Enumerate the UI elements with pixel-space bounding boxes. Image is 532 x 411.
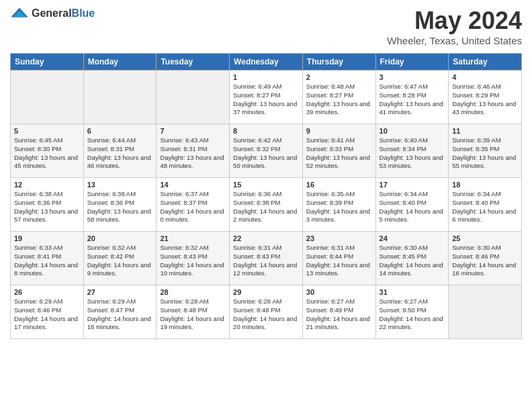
logo-general: General <box>32 7 72 19</box>
month-year: May 2024 <box>387 7 522 35</box>
day-info: Sunrise: 6:29 AMSunset: 8:47 PMDaylight:… <box>87 298 153 332</box>
day-number: 11 <box>452 127 518 135</box>
calendar-cell: 30Sunrise: 6:27 AMSunset: 8:49 PMDayligh… <box>302 285 375 339</box>
logo-icon <box>10 7 29 20</box>
day-number: 14 <box>160 181 226 189</box>
calendar-cell: 20Sunrise: 6:32 AMSunset: 8:42 PMDayligh… <box>83 232 157 285</box>
day-number: 27 <box>87 288 153 296</box>
day-info: Sunrise: 6:39 AMSunset: 8:35 PMDaylight:… <box>452 136 518 171</box>
day-number: 15 <box>233 181 299 189</box>
calendar-cell: 4Sunrise: 6:46 AMSunset: 8:29 PMDaylight… <box>449 71 522 124</box>
calendar-cell: 9Sunrise: 6:41 AMSunset: 8:33 PMDaylight… <box>302 124 375 178</box>
day-info: Sunrise: 6:31 AMSunset: 8:43 PMDaylight:… <box>233 244 299 278</box>
calendar-cell: 25Sunrise: 6:30 AMSunset: 8:46 PMDayligh… <box>449 232 522 285</box>
day-info: Sunrise: 6:41 AMSunset: 8:33 PMDaylight:… <box>306 136 372 171</box>
calendar-cell: 18Sunrise: 6:34 AMSunset: 8:40 PMDayligh… <box>449 178 522 232</box>
day-info: Sunrise: 6:37 AMSunset: 8:37 PMDaylight:… <box>160 190 226 224</box>
day-number: 4 <box>452 73 518 81</box>
day-info: Sunrise: 6:36 AMSunset: 8:38 PMDaylight:… <box>233 190 299 224</box>
day-number: 22 <box>233 234 299 242</box>
calendar-cell: 22Sunrise: 6:31 AMSunset: 8:43 PMDayligh… <box>230 232 303 285</box>
day-info: Sunrise: 6:44 AMSunset: 8:31 PMDaylight:… <box>87 136 153 171</box>
day-number: 29 <box>233 288 299 296</box>
calendar-cell: 15Sunrise: 6:36 AMSunset: 8:38 PMDayligh… <box>230 178 303 232</box>
day-number: 28 <box>160 288 226 296</box>
day-info: Sunrise: 6:29 AMSunset: 8:46 PMDaylight:… <box>14 298 80 332</box>
day-info: Sunrise: 6:34 AMSunset: 8:40 PMDaylight:… <box>452 190 518 224</box>
calendar-cell: 7Sunrise: 6:43 AMSunset: 8:31 PMDaylight… <box>157 124 230 178</box>
calendar-cell: 6Sunrise: 6:44 AMSunset: 8:31 PMDaylight… <box>83 124 157 178</box>
day-info: Sunrise: 6:28 AMSunset: 8:48 PMDaylight:… <box>233 298 299 332</box>
day-info: Sunrise: 6:34 AMSunset: 8:40 PMDaylight:… <box>380 190 445 224</box>
logo: GeneralBlue <box>10 7 95 20</box>
calendar-cell: 16Sunrise: 6:35 AMSunset: 8:39 PMDayligh… <box>302 178 375 232</box>
calendar-cell <box>449 285 522 339</box>
calendar-cell: 12Sunrise: 6:38 AMSunset: 8:36 PMDayligh… <box>11 178 84 232</box>
header-monday: Monday <box>83 54 157 71</box>
day-info: Sunrise: 6:47 AMSunset: 8:28 PMDaylight:… <box>380 83 445 117</box>
calendar-cell: 3Sunrise: 6:47 AMSunset: 8:28 PMDaylight… <box>375 71 449 124</box>
calendar-cell: 5Sunrise: 6:45 AMSunset: 8:30 PMDaylight… <box>11 124 84 178</box>
title-block: May 2024 Wheeler, Texas, United States <box>387 7 522 46</box>
day-info: Sunrise: 6:32 AMSunset: 8:42 PMDaylight:… <box>87 244 153 278</box>
calendar-cell: 2Sunrise: 6:48 AMSunset: 8:27 PMDaylight… <box>302 71 375 124</box>
day-number: 21 <box>160 234 226 242</box>
day-number: 20 <box>87 234 153 242</box>
day-info: Sunrise: 6:32 AMSunset: 8:43 PMDaylight:… <box>160 244 226 278</box>
day-info: Sunrise: 6:28 AMSunset: 8:48 PMDaylight:… <box>160 298 226 332</box>
header-saturday: Saturday <box>449 54 522 71</box>
day-number: 5 <box>14 127 80 135</box>
day-number: 30 <box>306 288 372 296</box>
day-number: 25 <box>452 234 518 242</box>
day-number: 13 <box>87 181 153 189</box>
calendar-cell: 31Sunrise: 6:27 AMSunset: 8:50 PMDayligh… <box>375 285 449 339</box>
day-number: 26 <box>14 288 80 296</box>
calendar-cell: 14Sunrise: 6:37 AMSunset: 8:37 PMDayligh… <box>157 178 230 232</box>
day-number: 16 <box>306 181 372 189</box>
calendar-cell <box>83 71 157 124</box>
day-info: Sunrise: 6:33 AMSunset: 8:41 PMDaylight:… <box>14 244 80 278</box>
day-number: 19 <box>14 234 80 242</box>
header-wednesday: Wednesday <box>230 54 303 71</box>
day-number: 10 <box>380 127 445 135</box>
header-tuesday: Tuesday <box>157 54 230 71</box>
calendar-cell: 19Sunrise: 6:33 AMSunset: 8:41 PMDayligh… <box>11 232 84 285</box>
day-number: 6 <box>87 127 153 135</box>
day-info: Sunrise: 6:30 AMSunset: 8:46 PMDaylight:… <box>452 244 518 278</box>
day-number: 31 <box>380 288 445 296</box>
day-number: 7 <box>160 127 226 135</box>
calendar-cell: 13Sunrise: 6:38 AMSunset: 8:36 PMDayligh… <box>83 178 157 232</box>
day-number: 18 <box>452 181 518 189</box>
calendar-cell: 24Sunrise: 6:30 AMSunset: 8:45 PMDayligh… <box>375 232 449 285</box>
day-number: 2 <box>306 73 372 81</box>
day-number: 8 <box>233 127 299 135</box>
header-friday: Friday <box>375 54 449 71</box>
day-info: Sunrise: 6:40 AMSunset: 8:34 PMDaylight:… <box>380 136 445 171</box>
calendar-cell: 8Sunrise: 6:42 AMSunset: 8:32 PMDaylight… <box>230 124 303 178</box>
day-number: 9 <box>306 127 372 135</box>
calendar-cell: 17Sunrise: 6:34 AMSunset: 8:40 PMDayligh… <box>375 178 449 232</box>
calendar-cell: 27Sunrise: 6:29 AMSunset: 8:47 PMDayligh… <box>83 285 157 339</box>
calendar-cell <box>157 71 230 124</box>
day-number: 23 <box>306 234 372 242</box>
day-info: Sunrise: 6:35 AMSunset: 8:39 PMDaylight:… <box>306 190 372 224</box>
calendar-cell <box>11 71 84 124</box>
day-info: Sunrise: 6:31 AMSunset: 8:44 PMDaylight:… <box>306 244 372 278</box>
calendar-cell: 26Sunrise: 6:29 AMSunset: 8:46 PMDayligh… <box>11 285 84 339</box>
day-info: Sunrise: 6:42 AMSunset: 8:32 PMDaylight:… <box>233 136 299 171</box>
calendar-cell: 29Sunrise: 6:28 AMSunset: 8:48 PMDayligh… <box>230 285 303 339</box>
calendar-cell: 23Sunrise: 6:31 AMSunset: 8:44 PMDayligh… <box>302 232 375 285</box>
calendar-cell: 28Sunrise: 6:28 AMSunset: 8:48 PMDayligh… <box>157 285 230 339</box>
logo-blue: Blue <box>72 7 95 19</box>
day-number: 17 <box>380 181 445 189</box>
day-info: Sunrise: 6:27 AMSunset: 8:49 PMDaylight:… <box>306 298 372 332</box>
day-info: Sunrise: 6:43 AMSunset: 8:31 PMDaylight:… <box>160 136 226 171</box>
day-info: Sunrise: 6:30 AMSunset: 8:45 PMDaylight:… <box>380 244 445 278</box>
calendar-table: SundayMondayTuesdayWednesdayThursdayFrid… <box>10 53 522 339</box>
page-header: GeneralBlue May 2024 Wheeler, Texas, Uni… <box>10 7 522 46</box>
day-number: 1 <box>233 73 299 81</box>
day-info: Sunrise: 6:48 AMSunset: 8:27 PMDaylight:… <box>306 83 372 117</box>
day-number: 12 <box>14 181 80 189</box>
calendar-cell: 11Sunrise: 6:39 AMSunset: 8:35 PMDayligh… <box>449 124 522 178</box>
calendar-cell: 21Sunrise: 6:32 AMSunset: 8:43 PMDayligh… <box>157 232 230 285</box>
